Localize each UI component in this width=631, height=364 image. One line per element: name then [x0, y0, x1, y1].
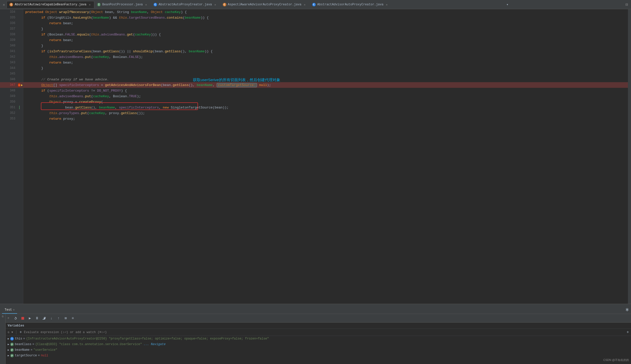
debug-step-into-btn[interactable]: ↓	[49, 316, 54, 321]
navigate-btn-beanclass[interactable]: ... Navigate	[144, 343, 166, 346]
gutter-351: 351	[0, 105, 23, 110]
gutter-341: 341	[0, 48, 23, 54]
watch-add-btn[interactable]: +	[19, 330, 22, 335]
debug-labels: e	[8, 317, 9, 320]
panel-main: e ▶ ⏸ ↓ ↑ ⊞ ≡ Variables	[6, 314, 631, 364]
code-line-344: }	[23, 65, 631, 71]
panel-tab-test[interactable]: Test ✕	[2, 307, 17, 314]
gutter-337: 337	[0, 26, 23, 32]
tab-close-x[interactable]: ✕	[1, 1, 7, 8]
tab-icon-1: C	[9, 3, 13, 6]
gutter-340: 340	[0, 43, 23, 48]
panel-gear-btn[interactable]	[625, 308, 629, 312]
tab-close-5[interactable]: ✕	[385, 3, 389, 6]
tab-label-1: AbstractAutowireCapableBeanFactory.java	[15, 3, 86, 6]
debug-rerun-btn[interactable]	[13, 316, 18, 321]
gutter-346: 346	[0, 77, 23, 82]
code-line-347: Object[] specificInterceptors = getAdvic…	[23, 82, 631, 88]
gutter-338: 338	[0, 32, 23, 37]
code-line-341: if (isInfrastructureClass(bean.getClass(…	[23, 48, 631, 54]
code-line-350: Object proxy = createProxy(	[23, 99, 631, 105]
variables-list: ▶ i this = {InfrastructureAdvisorAutoPro…	[6, 336, 631, 358]
gutter-349: 349	[0, 93, 23, 99]
gutter-347: 347 ✕ ▶	[0, 82, 23, 88]
var-type-icon-beanname: p	[10, 348, 14, 352]
scrollbar-vertical[interactable]	[628, 9, 631, 304]
scrollbar-horizontal[interactable]	[0, 304, 631, 306]
tab-label-4: AspectJAwareAdvisorAutoProxyCreator.java	[228, 3, 301, 6]
panel-sidebar: G	[0, 314, 6, 364]
code-container: 334 335 336 337 338	[0, 9, 631, 304]
gutter-334: 334	[0, 9, 23, 15]
code-line-345	[23, 71, 631, 77]
tab-overflow-dropdown[interactable]: ▾	[504, 3, 510, 7]
gutter-353: 353	[0, 116, 23, 122]
var-row-beanname[interactable]: ▶ p beanName = "userService"	[6, 347, 631, 353]
code-main: protected Object wrapIfNecessary(Object …	[23, 9, 631, 304]
tab-close-2[interactable]: ✕	[144, 3, 148, 6]
code-line-335: if (StringUtils.hasLength(beanName) && t…	[23, 15, 631, 20]
bottom-panel: Test ✕ G e	[0, 306, 631, 364]
panel-sidebar-g: G	[2, 315, 4, 318]
variables-header: Variables	[6, 323, 631, 329]
var-type-icon-this: i	[10, 337, 14, 341]
gutter-343: 343	[0, 60, 23, 65]
var-row-targetsource[interactable]: ▶ p targetSource = null	[6, 353, 631, 358]
watch-bar: G ▼ + Evaluate expression (⇧⏎) or add a …	[6, 329, 631, 336]
code-line-339: return bean;	[23, 37, 631, 43]
var-row-this[interactable]: ▶ i this = {InfrastructureAdvisorAutoPro…	[6, 336, 631, 342]
debug-toolbar: e ▶ ⏸ ↓ ↑ ⊞ ≡	[6, 314, 631, 323]
code-line-342: this.advisedBeans.put(cacheKey, Boolean.…	[23, 54, 631, 60]
code-line-340: }	[23, 43, 631, 48]
tab-bean-post-processor[interactable]: I BeanPostProcessor.java ✕	[94, 1, 150, 8]
variables-label: Variables	[8, 324, 24, 327]
tab-abstract-auto-proxy[interactable]: C AbstractAutoProxyCreator.java ✕	[151, 1, 220, 8]
tab-aspectj[interactable]: C AspectJAwareAdvisorAutoProxyCreator.ja…	[220, 1, 309, 8]
gutter-344: 344	[0, 65, 23, 71]
var-expand-this[interactable]: ▶	[8, 337, 9, 340]
var-row-beanclass[interactable]: ▶ p beanClass = {Class@1833} "class com.…	[6, 342, 631, 347]
svg-rect-0	[21, 317, 24, 320]
panel-tab-close[interactable]: ✕	[13, 308, 15, 311]
tab-abstract-advisor[interactable]: C AbstractAdvisorAutoProxyCreator.java ✕	[309, 1, 391, 8]
debug-stop-btn[interactable]	[20, 316, 26, 321]
debug-pause-btn[interactable]: ⏸	[34, 316, 40, 321]
gutter-352: 352	[0, 110, 23, 116]
tab-close-1[interactable]: ✕	[88, 3, 91, 6]
gutter-342: 342	[0, 54, 23, 60]
tab-icon-2: I	[97, 3, 101, 6]
debug-step-over-btn[interactable]	[41, 316, 47, 321]
debug-arrow-icon: ▶	[21, 83, 23, 87]
watch-add-right-btn[interactable]: +	[626, 330, 629, 335]
reader-mode-btn[interactable]: ⊟	[623, 2, 630, 7]
tab-close-4[interactable]: ✕	[303, 3, 307, 6]
gutter-335: 335	[0, 15, 23, 20]
panel-tab-test-label: Test	[5, 308, 12, 312]
var-expand-beanclass[interactable]: ▶	[8, 343, 9, 346]
watch-expression-input[interactable]: Evaluate expression (⇧⏎) or add a watch …	[24, 330, 625, 334]
breakpoint-icon[interactable]: ✕	[18, 83, 20, 87]
code-line-337: }	[23, 26, 631, 32]
code-line-346: // Create proxy if we have advice.	[23, 77, 631, 82]
debug-show-execution-btn[interactable]: ⊞	[63, 316, 68, 321]
tab-icon-3: C	[154, 3, 157, 6]
var-expand-targetsource[interactable]: ▶	[8, 354, 9, 357]
var-type-icon-beanclass: p	[10, 343, 14, 346]
watermark: CSDN @不知名的的	[603, 358, 629, 362]
panel-tab-bar: Test ✕	[0, 306, 631, 314]
gutter: 334 335 336 337 338	[0, 9, 23, 304]
editor-area: 获取userSerive的所有切面列表，然后创建代理对象 334 335 336…	[0, 9, 631, 304]
debug-settings-btn[interactable]: ≡	[70, 316, 76, 321]
code-line-352: this.proxyTypes.put(cacheKey, proxy.getC…	[23, 110, 631, 116]
tab-close-3[interactable]: ✕	[214, 3, 217, 6]
var-expand-beanname[interactable]: ▶	[8, 348, 9, 351]
tab-label-3: AbstractAutoProxyCreator.java	[159, 3, 212, 6]
code-line-351: bean.getClass(), beanName, specificInter…	[23, 105, 631, 110]
tab-icon-4: C	[223, 3, 226, 6]
debug-step-out-btn[interactable]: ↑	[56, 316, 61, 321]
gutter-350: 350	[0, 99, 23, 105]
tab-bar: ✕ C AbstractAutowireCapableBeanFactory.j…	[0, 0, 631, 9]
debug-resume-btn[interactable]: ▶	[27, 316, 33, 321]
tab-abstract-autowire[interactable]: C AbstractAutowireCapableBeanFactory.jav…	[7, 1, 94, 8]
code-line-349: this.advisedBeans.put(cacheKey, Boolean.…	[23, 93, 631, 99]
